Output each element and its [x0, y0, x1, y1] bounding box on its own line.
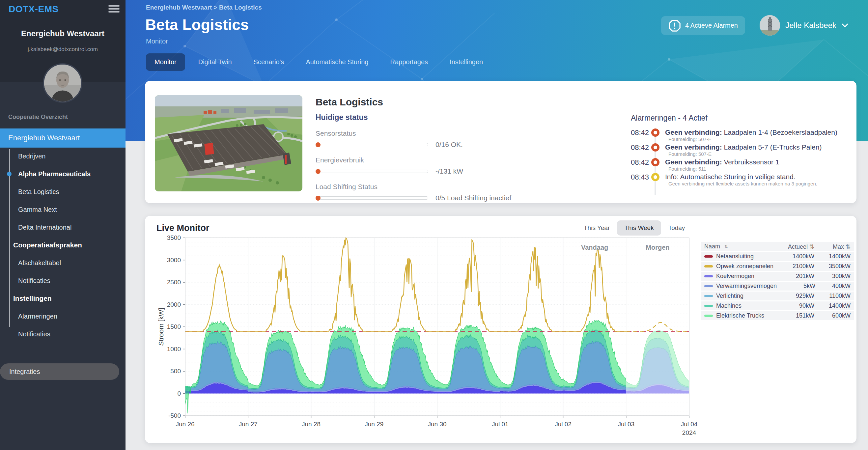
metric-bar-row: -/131 kW: [316, 167, 612, 175]
tab-scenario-s[interactable]: Scenario's: [245, 53, 293, 71]
svg-text:Jun 29: Jun 29: [365, 421, 383, 428]
series-max-value: 1100kW: [814, 293, 850, 299]
series-color-swatch: [704, 305, 713, 307]
sidebar-item-instellingen[interactable]: Instellingen: [0, 290, 125, 307]
alarms-panel: Alarmeringen - 4 Actief 08:42Geen verbin…: [631, 114, 848, 188]
range-button-this-year[interactable]: This Year: [577, 220, 617, 236]
alarm-time: 08:43: [631, 173, 650, 187]
series-actueel-value: 201kW: [775, 273, 814, 280]
sidebar-item-notificaties[interactable]: Notificaties: [0, 272, 125, 290]
sidebar-item-beta-logistics[interactable]: Beta Logistics: [0, 183, 125, 201]
sidebar-item-afschakeltabel[interactable]: Afschakeltabel: [0, 254, 125, 272]
series-color-swatch: [704, 314, 713, 317]
user-menu[interactable]: Jelle Kalsbeek: [760, 15, 848, 36]
menu-icon[interactable]: [108, 5, 120, 14]
alarm-subtext: Geen verbinding met flexibele assets kun…: [665, 181, 817, 187]
sidebar-item-energiehub-westvaart[interactable]: Energiehub Westvaart: [0, 128, 125, 148]
series-actueel-value: 1400kW: [775, 253, 814, 260]
legend-row-opwek-zonnepanelen: Opwek zonnepanelen2100kW3500kW: [701, 262, 854, 271]
series-name: Elektrische Trucks: [716, 312, 764, 319]
sidebar-item-notificaties[interactable]: Notificaties: [0, 325, 125, 343]
page-subtitle: Monitor: [146, 37, 168, 45]
sidebar-item-label: Notificaties: [18, 330, 51, 338]
series-color-swatch: [704, 295, 713, 297]
alarm-time: 08:42: [631, 158, 650, 172]
series-color-swatch: [704, 275, 713, 277]
breadcrumb[interactable]: Energiehub Westvaart > Beta Logistics: [146, 4, 262, 11]
svg-text:1500: 1500: [167, 323, 181, 330]
active-company-dot: [7, 172, 11, 176]
sidebar-item-bedrijven[interactable]: Bedrijven: [0, 147, 125, 165]
user-avatar-small: [760, 15, 780, 36]
alarm-item: 08:42Geen verbinding: Laadpalen 1-4 (Bez…: [631, 128, 848, 142]
legend-name-cell: Machines: [704, 302, 775, 309]
tab-monitor[interactable]: Monitor: [146, 53, 185, 71]
legend-name-cell: Verwarmingsvermogen: [704, 283, 777, 290]
tab-automatische-sturing[interactable]: Automatische Sturing: [297, 53, 377, 71]
sidebar-item-cooperatieafspraken[interactable]: Cooperatieafspraken: [0, 236, 125, 254]
sidebar-item-label: Bedrijven: [18, 152, 45, 160]
metric-value: -/131 kW: [435, 167, 463, 175]
series-max-value: 300kW: [814, 273, 850, 280]
sidebar: DOTX-EMS Energiehub Westvaart j.kalsbeek…: [0, 0, 125, 450]
metric-label: Load Shifting Status: [316, 183, 612, 191]
tab-digital-twin[interactable]: Digital Twin: [190, 53, 241, 71]
series-max-value: 600kW: [814, 312, 850, 319]
legend-row-koelvermogen: Koelvermogen201kW300kW: [701, 272, 854, 281]
series-name: Verwarmingsvermogen: [716, 283, 777, 290]
sort-icon[interactable]: ⇅: [724, 244, 728, 249]
error-ring-icon: [651, 158, 659, 167]
series-max-value: 3500kW: [814, 263, 850, 270]
series-color-swatch: [704, 285, 713, 287]
integraties-button[interactable]: Integraties: [0, 363, 119, 380]
tab-rapportages[interactable]: Rapportages: [381, 53, 436, 71]
alarm-item: 08:43Info: Automatische Sturing in veili…: [631, 173, 848, 187]
sidebar-item-delta-international[interactable]: Delta International: [0, 218, 125, 236]
legend-name-cell: Elektrische Trucks: [704, 312, 775, 319]
sidebar-item-label: Afschakeltabel: [18, 259, 61, 267]
series-max-value: 1400kW: [814, 302, 850, 309]
svg-text:2500: 2500: [167, 279, 181, 286]
sidebar-item-alarmeringen[interactable]: Alarmeringen: [0, 307, 125, 325]
alarm-text: Geen verbinding: Laadpalen 1-4 (Bezoeker…: [665, 128, 837, 142]
metric-value: 0/5 Load Shifting inactief: [435, 194, 511, 202]
svg-text:Morgen: Morgen: [646, 244, 670, 251]
series-actueel-value: 929kW: [775, 293, 814, 299]
chart-svg: -5000500100015002000250030003500Jun 26Ju…: [155, 234, 700, 440]
legend-header-row: Naam⇅Actueel ⇅Max ⇅: [701, 242, 854, 251]
sidebar-item-alpha-pharmaceuticals[interactable]: Alpha Pharmaceuticals: [0, 165, 125, 183]
legend-header-max[interactable]: Max ⇅: [814, 243, 850, 250]
metric-list: Sensorstatus0/16 OK.Energieverbruik-/131…: [316, 129, 612, 210]
alarm-text: Geen verbinding: Laadpalen 5-7 (E-Trucks…: [665, 143, 822, 157]
legend-header-naam[interactable]: Naam⇅: [704, 243, 775, 250]
legend-name-cell: Koelvermogen: [704, 273, 775, 280]
legend-row-elektrische-trucks: Elektrische Trucks151kW600kW: [701, 311, 854, 320]
svg-text:Vandaag: Vandaag: [581, 244, 608, 251]
svg-text:500: 500: [170, 368, 181, 374]
tab-bar: MonitorDigital TwinScenario'sAutomatisch…: [146, 53, 492, 71]
svg-text:Jun 28: Jun 28: [302, 421, 320, 428]
svg-text:Jul 03: Jul 03: [618, 421, 634, 428]
series-color-swatch: [704, 265, 713, 268]
series-legend-table: Naam⇅Actueel ⇅Max ⇅Netaansluiting1400kW1…: [701, 242, 854, 321]
legend-name-cell: Verlichting: [704, 293, 775, 299]
sidebar-item-label: Notificaties: [18, 277, 51, 284]
live-monitor-title: Live Monitor: [156, 223, 210, 233]
alarm-item: 08:42Geen verbinding: Laadpalen 5-7 (E-T…: [631, 143, 848, 157]
alarm-title: Geen verbinding: Verbruikssensor 1: [665, 158, 779, 166]
tab-instellingen[interactable]: Instellingen: [441, 53, 492, 71]
sidebar-item-label: Beta Logistics: [18, 188, 59, 196]
sidebar-item-gamma-next[interactable]: Gamma Next: [0, 201, 125, 218]
range-button-today[interactable]: Today: [661, 220, 692, 236]
status-card-subtitle: Huidige status: [316, 113, 368, 122]
legend-header-actueel[interactable]: Actueel ⇅: [775, 243, 814, 250]
svg-text:3500: 3500: [167, 234, 181, 241]
alarm-time: 08:42: [631, 128, 650, 142]
user-avatar-large[interactable]: [43, 63, 82, 103]
active-alarms-badge[interactable]: 4 Actieve Alarmen: [661, 16, 745, 35]
metric-label: Energieverbruik: [316, 156, 612, 164]
col-naam: Naam: [704, 243, 720, 250]
svg-text:1000: 1000: [167, 346, 181, 353]
alarm-item: 08:42Geen verbinding: Verbruikssensor 1F…: [631, 158, 848, 172]
range-button-this-week[interactable]: This Week: [617, 220, 661, 236]
